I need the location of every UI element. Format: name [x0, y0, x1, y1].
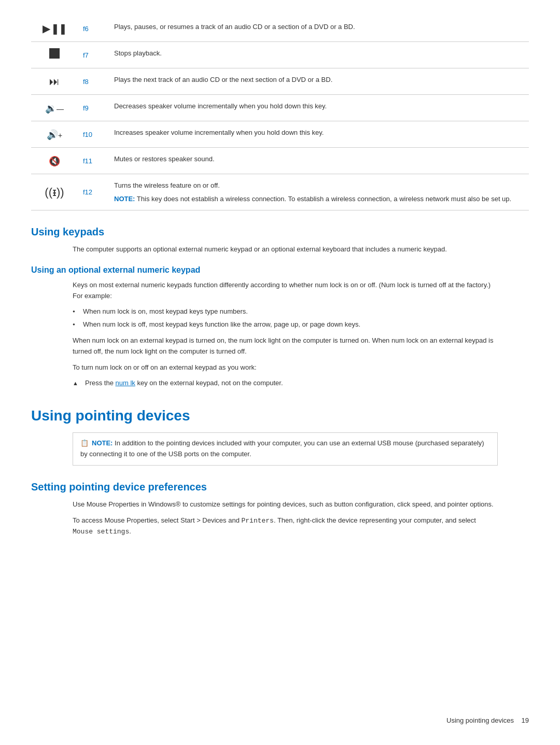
row-key: f7 — [78, 42, 109, 68]
function-keys-table: ▶ ❚❚ f6 Plays, pauses, or resumes a trac… — [31, 16, 529, 210]
row-icon-cell: 🔇 — [31, 148, 78, 174]
stop-icon — [49, 48, 60, 59]
external-keypad-heading: Using an optional external numeric keypa… — [31, 265, 529, 275]
para2-mono2: Mouse settings — [73, 528, 129, 536]
triangle-item-suffix: key on the external keypad, not on the c… — [135, 379, 283, 387]
mute-icon: 🔇 — [49, 156, 60, 166]
external-keypad-para2: When num lock on an external keypad is t… — [73, 335, 498, 357]
note-content: In addition to the pointing devices incl… — [80, 439, 484, 458]
para2-suffix: . — [129, 527, 131, 535]
num-lk-link: num lk — [116, 379, 135, 387]
note-label: NOTE: — [92, 439, 113, 447]
row-description: Increases speaker volume incrementally w… — [114, 129, 324, 136]
row-icon-cell: 🔉— — [31, 95, 78, 121]
triangle-item: Press the num lk key on the external key… — [73, 378, 498, 389]
footer-text: Using pointing devices — [446, 716, 514, 724]
row-icon-cell: ⏭ — [31, 68, 78, 95]
row-icon-cell — [31, 42, 78, 68]
row-description: Plays the next track of an audio CD or t… — [114, 76, 332, 83]
pointing-devices-note: 📋NOTE: In addition to the pointing devic… — [73, 432, 498, 466]
row-desc-cell: Turns the wireless feature on or off.NOT… — [109, 174, 529, 210]
row-key: f12 — [78, 174, 109, 210]
row-key: f11 — [78, 148, 109, 174]
row-icon-cell: 🔊+ — [31, 121, 78, 148]
row-key: f10 — [78, 121, 109, 148]
page-number: 19 — [522, 716, 529, 724]
row-description: Mutes or restores speaker sound. — [114, 155, 215, 163]
table-note-text: This key does not establish a wireless c… — [137, 195, 511, 203]
row-key: f6 — [78, 16, 109, 42]
volume-up-icon: 🔊+ — [47, 130, 62, 140]
table-note-label: NOTE: — [114, 195, 135, 203]
setting-pointing-para2: To access Mouse Properties, select Start… — [73, 515, 498, 538]
row-description: Turns the wireless feature on or off. — [114, 181, 220, 189]
setting-pointing-heading: Setting pointing device preferences — [31, 481, 529, 493]
using-pointing-devices-heading: Using pointing devices — [31, 407, 529, 424]
external-keypad-para1: Keys on most external numeric keypads fu… — [73, 280, 498, 302]
para2-middle: . Then, right-click the device represent… — [274, 516, 476, 524]
row-desc-cell: Plays, pauses, or resumes a track of an … — [109, 16, 529, 42]
setting-pointing-para1: Use Mouse Properties in Windows® to cust… — [73, 499, 498, 510]
row-icon-cell: ((ᵻ)) — [31, 174, 78, 210]
note-icon: 📋 — [80, 438, 89, 449]
row-desc-cell: Increases speaker volume incrementally w… — [109, 121, 529, 148]
para2-monospace: Printers — [242, 517, 274, 525]
row-description: Decreases speaker volume incrementally w… — [114, 102, 327, 110]
external-keypad-bullets: When num lock is on, most keypad keys ty… — [73, 306, 498, 330]
external-keypad-para3: To turn num lock on or off on an externa… — [73, 362, 498, 373]
row-icon-cell: ▶ ❚❚ — [31, 16, 78, 42]
next-track-icon: ⏭ — [49, 76, 60, 87]
para2-prefix: To access Mouse Properties, select Start… — [73, 516, 242, 524]
using-keypads-body: The computer supports an optional extern… — [73, 244, 498, 255]
row-description: Stops playback. — [114, 49, 162, 57]
row-desc-cell: Decreases speaker volume incrementally w… — [109, 95, 529, 121]
row-description: Plays, pauses, or resumes a track of an … — [114, 23, 355, 31]
bullet-item: When num lock is on, most keypad keys ty… — [73, 306, 498, 317]
external-keypad-triangle-list: Press the num lk key on the external key… — [73, 378, 498, 389]
bullet-item: When num lock is off, most keypad keys f… — [73, 319, 498, 330]
row-desc-cell: Mutes or restores speaker sound. — [109, 148, 529, 174]
triangle-item-prefix: Press the — [85, 379, 116, 387]
using-keypads-heading: Using keypads — [31, 226, 529, 238]
wireless-icon: ((ᵻ)) — [45, 186, 64, 199]
row-key: f9 — [78, 95, 109, 121]
volume-down-icon: 🔉— — [45, 103, 64, 114]
row-desc-cell: Stops playback. — [109, 42, 529, 68]
play-pause-icon: ▶ ❚❚ — [43, 23, 67, 34]
row-key: f8 — [78, 68, 109, 95]
page-footer: Using pointing devices 19 — [446, 716, 529, 724]
row-desc-cell: Plays the next track of an audio CD or t… — [109, 68, 529, 95]
